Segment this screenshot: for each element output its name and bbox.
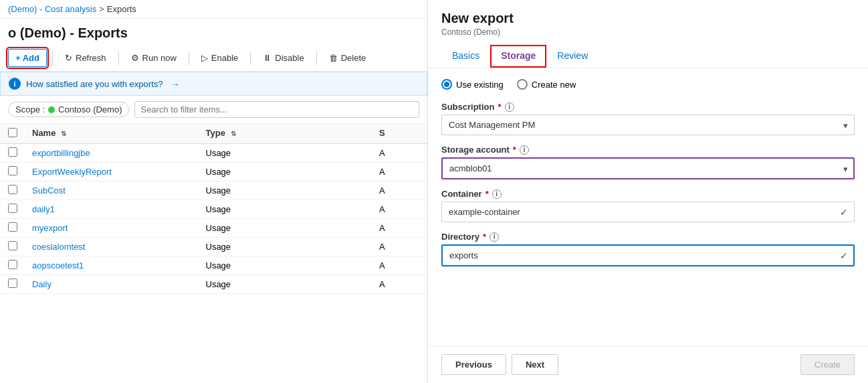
container-input[interactable] — [441, 202, 855, 222]
directory-required: * — [483, 232, 486, 242]
row-checkbox-cell — [8, 279, 32, 290]
storage-account-select[interactable]: acmblob01 — [441, 157, 855, 179]
storage-account-required: * — [513, 145, 516, 155]
row-status: A — [379, 185, 419, 196]
table-row: myexport Usage A — [0, 219, 427, 238]
create-button[interactable]: Create — [800, 354, 855, 375]
row-checkbox-cell — [8, 260, 32, 271]
disable-button[interactable]: ⏸ Disable — [256, 50, 310, 66]
breadcrumb: (Demo) - Cost analysis > Exports — [0, 0, 427, 19]
name-sort-icon[interactable]: ⇅ — [61, 130, 66, 137]
directory-input[interactable] — [441, 244, 855, 266]
row-status: A — [379, 260, 419, 271]
table-row: aopscoetest1 Usage A — [0, 256, 427, 275]
panel-body: Use existing Create new Subscription * i… — [428, 68, 868, 346]
container-check-icon: ✓ — [840, 207, 848, 218]
row-checkbox[interactable] — [8, 185, 17, 194]
row-checkbox-cell — [8, 185, 32, 196]
row-name-link[interactable]: Daily — [32, 279, 51, 289]
select-all-checkbox[interactable] — [8, 128, 17, 137]
row-checkbox[interactable] — [8, 279, 17, 288]
tab-basics[interactable]: Basics — [441, 45, 490, 68]
enable-button[interactable]: ▷ Enable — [195, 50, 245, 66]
subscription-select[interactable]: Cost Management PM — [441, 114, 855, 135]
table-body: exportbillingjbe Usage A ExportWeeklyRep… — [0, 144, 427, 383]
header-type: Type ⇅ — [206, 128, 380, 139]
breadcrumb-parent[interactable]: (Demo) - Cost analysis — [8, 4, 96, 14]
storage-account-info-btn[interactable]: i — [520, 145, 529, 155]
new-export-title: New export — [441, 11, 855, 26]
info-icon: i — [9, 78, 21, 90]
row-type: Usage — [206, 204, 380, 214]
use-existing-option[interactable]: Use existing — [441, 79, 504, 90]
row-type: Usage — [206, 148, 380, 158]
search-input[interactable] — [134, 101, 419, 118]
add-button[interactable]: + Add — [8, 49, 47, 67]
previous-button[interactable]: Previous — [441, 354, 506, 375]
type-sort-icon[interactable]: ⇅ — [231, 130, 236, 137]
panel-footer: Previous Next Create — [428, 346, 868, 383]
directory-check-icon: ✓ — [840, 250, 848, 261]
subscription-required: * — [498, 102, 501, 112]
use-existing-radio[interactable] — [441, 79, 452, 90]
run-now-button[interactable]: ⚙ Run now — [124, 50, 183, 66]
row-checkbox[interactable] — [8, 204, 17, 213]
page-title: o (Demo) - Exports — [0, 19, 427, 45]
container-info-btn[interactable]: i — [492, 189, 502, 199]
new-export-subtitle: Contoso (Demo) — [441, 27, 855, 37]
row-name-link[interactable]: exportbillingjbe — [32, 148, 90, 158]
next-button[interactable]: Next — [512, 354, 558, 375]
refresh-label: Refresh — [76, 53, 106, 63]
table-row: daily1 Usage A — [0, 200, 427, 219]
table-row: SubCost Usage A — [0, 181, 427, 200]
row-name-link[interactable]: SubCost — [32, 185, 66, 196]
disable-label: Disable — [275, 53, 304, 63]
create-new-radio[interactable] — [517, 79, 528, 90]
row-status: A — [379, 148, 419, 158]
delete-button[interactable]: 🗑 Delete — [322, 50, 373, 66]
banner-text: How satisfied are you with exports? — [26, 79, 162, 89]
table-row: ExportWeeklyReport Usage A — [0, 163, 427, 181]
storage-account-group: Storage account * i acmblob01 ▾ — [441, 145, 855, 179]
row-status: A — [379, 167, 419, 177]
directory-input-wrapper: ✓ — [441, 244, 855, 266]
create-new-label: Create new — [532, 80, 576, 90]
row-checkbox[interactable] — [8, 147, 17, 157]
toolbar-divider-1 — [52, 52, 53, 65]
breadcrumb-sep: > — [99, 4, 104, 14]
row-checkbox[interactable] — [8, 241, 17, 250]
row-status: A — [379, 204, 419, 214]
scope-row: Scope : Contoso (Demo) — [0, 96, 427, 124]
header-checkbox-col — [8, 128, 32, 139]
scope-pill[interactable]: Scope : Contoso (Demo) — [8, 102, 129, 117]
subscription-select-wrapper: Cost Management PM ▾ — [441, 114, 855, 135]
tabs: Basics Storage Review — [441, 45, 855, 68]
left-panel: (Demo) - Cost analysis > Exports o (Demo… — [0, 0, 428, 383]
storage-option-row: Use existing Create new — [441, 79, 855, 90]
enable-icon: ▷ — [201, 53, 208, 63]
refresh-button[interactable]: ↻ Refresh — [58, 50, 113, 66]
storage-account-select-wrapper: acmblob01 ▾ — [441, 157, 855, 179]
info-banner: i How satisfied are you with exports? → — [0, 72, 427, 96]
tab-review[interactable]: Review — [546, 45, 599, 68]
directory-info-btn[interactable]: i — [490, 232, 499, 242]
use-existing-label: Use existing — [456, 80, 504, 90]
row-name-link[interactable]: aopscoetest1 — [32, 260, 84, 271]
row-name-link[interactable]: daily1 — [32, 204, 55, 214]
toolbar-divider-2 — [118, 52, 119, 65]
tab-storage[interactable]: Storage — [490, 45, 546, 68]
row-status: A — [379, 279, 419, 289]
row-checkbox-cell — [8, 222, 32, 234]
row-name-link[interactable]: myexport — [32, 223, 68, 233]
subscription-info-btn[interactable]: i — [505, 102, 514, 112]
row-checkbox[interactable] — [8, 222, 17, 232]
header-name: Name ⇅ — [32, 128, 206, 139]
row-name-link[interactable]: coeslalomtest — [32, 242, 85, 252]
table-row: Daily Usage A — [0, 275, 427, 294]
create-new-option[interactable]: Create new — [517, 79, 576, 90]
row-name-link[interactable]: ExportWeeklyReport — [32, 167, 112, 177]
row-checkbox[interactable] — [8, 260, 17, 269]
row-checkbox[interactable] — [8, 166, 17, 175]
row-type: Usage — [206, 167, 380, 177]
banner-arrow[interactable]: → — [171, 79, 179, 89]
